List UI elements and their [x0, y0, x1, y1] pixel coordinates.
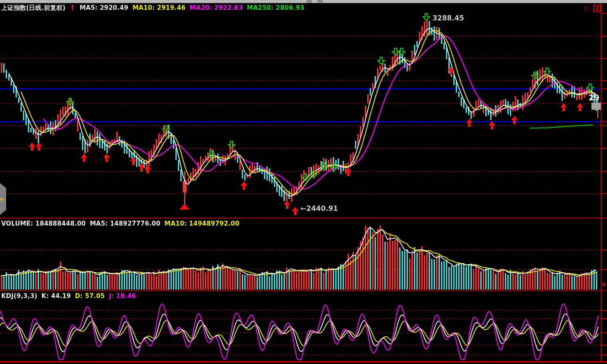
kdj-d-value: D: 57.05	[75, 292, 105, 300]
volume-panel-header: VOLUME: 184888448.00 MA5: 148927776.00 M…	[1, 220, 239, 227]
price-tag-box	[591, 103, 601, 110]
low-price-annotation: ←2440.91	[300, 204, 338, 213]
ma20-value: MA20: 2922.83	[190, 4, 243, 11]
close-panel-icon[interactable]: ✕	[601, 281, 607, 288]
ma250-value: MA250: 2806.93	[247, 4, 304, 11]
ma10-value: MA10: 2919.46	[132, 4, 186, 11]
symbol-title: 上证指数(日线.前复权)	[1, 4, 66, 12]
diamond-icon[interactable]: ◇	[583, 3, 589, 12]
peak-price-annotation: 3288.45	[432, 14, 464, 22]
toolbar-notch	[317, 0, 323, 3]
volume-ma5-value: MA5: 148927776.00	[90, 220, 160, 227]
top-toolbar-edge	[0, 0, 607, 3]
split-window-icon[interactable]	[593, 5, 600, 11]
main-chart-header: 上证指数(日线.前复权) ↑ MA5: 2920.49 MA10: 2919.4…	[1, 4, 305, 12]
chart-canvas[interactable]	[0, 0, 607, 364]
toolbar-notch	[307, 0, 312, 3]
sidebar-expand-tab[interactable]: ▶	[0, 183, 6, 215]
trading-app-window: 上证指数(日线.前复权) ↑ MA5: 2920.49 MA10: 2919.4…	[0, 0, 607, 364]
volume-ma10-value: MA10: 149489792.00	[164, 220, 239, 227]
kdj-j-value: J: 18.46	[109, 292, 136, 300]
expand-arrow-icon: ▶	[0, 196, 4, 202]
kdj-panel-header: KDJ(9,3,3) K: 44.19 D: 57.05 J: 18.46	[1, 292, 136, 300]
buy-signal-icon: ↑	[70, 3, 75, 13]
volume-value: VOLUME: 184888448.00	[1, 220, 86, 227]
ma5-value: MA5: 2920.49	[80, 4, 128, 11]
kdj-title: KDJ(9,3,3)	[1, 292, 37, 300]
last-price-label: 29	[589, 93, 599, 102]
kdj-k-value: K: 44.19	[41, 292, 71, 300]
